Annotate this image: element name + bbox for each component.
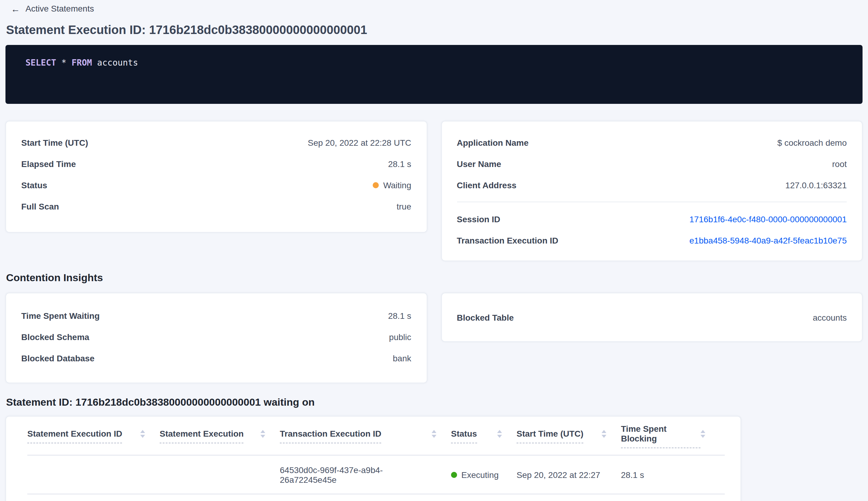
blocked-database-row: Blocked Database bank [21, 352, 411, 364]
overview-cards-row: Start Time (UTC) Sep 20, 2022 at 22:28 U… [6, 121, 862, 261]
contention-cards-row: Time Spent Waiting 28.1 s Blocked Schema… [6, 293, 862, 383]
session-details-card: Application Name $ cockroach demo User N… [441, 121, 862, 261]
blocked-database-label: Blocked Database [21, 353, 94, 363]
sql-statement-box: SELECT * FROM accounts [6, 45, 862, 104]
sort-icon[interactable] [701, 430, 705, 438]
sort-icon[interactable] [497, 430, 502, 438]
status-row: Status Waiting [21, 179, 411, 191]
start-time-row: Start Time (UTC) Sep 20, 2022 at 22:28 U… [21, 136, 411, 149]
waiting-on-heading: Statement ID: 1716b218dc0b38380000000000… [6, 395, 868, 409]
application-name-row: Application Name $ cockroach demo [457, 136, 847, 149]
session-id-link[interactable]: 1716b1f6-4e0c-f480-0000-000000000001 [690, 214, 847, 224]
sort-icon[interactable] [432, 430, 436, 438]
arrow-left-icon: ← [11, 4, 20, 13]
execution-details-card: Start Time (UTC) Sep 20, 2022 at 22:28 U… [6, 121, 427, 233]
blocked-database-value: bank [393, 353, 411, 363]
time-spent-waiting-row: Time Spent Waiting 28.1 s [21, 309, 411, 322]
waiting-on-table: Statement Execution ID Statement Executi… [6, 416, 741, 501]
full-scan-row: Full Scan true [21, 200, 411, 213]
application-name-label: Application Name [457, 138, 529, 147]
session-id-row: Session ID 1716b1f6-4e0c-f480-0000-00000… [457, 213, 847, 225]
blocked-table-card: Blocked Table accounts [441, 293, 862, 342]
elapsed-time-value: 28.1 s [388, 159, 411, 169]
blocked-table-label: Blocked Table [457, 312, 514, 322]
time-spent-waiting-label: Time Spent Waiting [21, 311, 99, 320]
cell-status: Executing [451, 470, 517, 479]
sql-keyword-from: FROM [72, 58, 92, 67]
sort-icon[interactable] [601, 430, 606, 438]
sql-table-name: accounts [97, 58, 138, 67]
elapsed-time-label: Elapsed Time [21, 159, 76, 169]
user-name-label: User Name [457, 159, 501, 169]
cell-start-time: Sep 20, 2022 at 22:27 [517, 470, 621, 479]
elapsed-time-row: Elapsed Time 28.1 s [21, 157, 411, 170]
time-spent-waiting-value: 28.1 s [388, 311, 411, 320]
sql-statement: SELECT * FROM accounts [25, 56, 862, 68]
statement-execution-page: ← Active Statements Statement Execution … [0, 0, 868, 501]
executing-status-dot-icon [451, 471, 457, 478]
user-name-value: root [832, 159, 847, 169]
full-scan-value: true [397, 201, 411, 211]
blocked-table-row: Blocked Table accounts [457, 311, 847, 324]
transaction-execution-id-row: Transaction Execution ID e1bba458-5948-4… [457, 234, 847, 247]
blocked-schema-row: Blocked Schema public [21, 330, 411, 343]
client-address-value: 127.0.0.1:63321 [785, 180, 847, 190]
column-header-transaction-execution-id[interactable]: Transaction Execution ID [280, 428, 451, 443]
contention-details-card: Time Spent Waiting 28.1 s Blocked Schema… [6, 293, 427, 383]
transaction-execution-id-link[interactable]: e1bba458-5948-40a9-a42f-5feac1b10e75 [690, 235, 847, 245]
back-link[interactable]: ← Active Statements [0, 0, 868, 14]
column-header-statement-execution-id[interactable]: Statement Execution ID [27, 428, 160, 443]
sql-star: * [61, 58, 66, 67]
client-address-row: Client Address 127.0.0.1:63321 [457, 179, 847, 191]
column-header-status[interactable]: Status [451, 428, 517, 443]
application-name-value: $ cockroach demo [777, 138, 847, 147]
card-divider [457, 202, 847, 202]
column-header-time-spent-blocking[interactable]: Time Spent Blocking [621, 424, 720, 448]
blocked-schema-value: public [389, 332, 411, 342]
table-header-row: Statement Execution ID Statement Executi… [27, 417, 725, 456]
waiting-status-dot-icon [373, 182, 379, 188]
start-time-value: Sep 20, 2022 at 22:28 UTC [308, 138, 411, 147]
page-title: Statement Execution ID: 1716b218dc0b3838… [6, 22, 868, 38]
back-link-label: Active Statements [25, 4, 94, 13]
user-name-row: User Name root [457, 157, 847, 170]
transaction-execution-id-label: Transaction Execution ID [457, 235, 558, 245]
column-header-start-time[interactable]: Start Time (UTC) [517, 428, 621, 443]
column-header-statement-execution[interactable]: Statement Execution [160, 428, 280, 443]
status-label: Status [21, 180, 47, 190]
table-row: 64530d0c-969f-437e-a9b4-26a72245e45e Exe… [27, 456, 725, 494]
cell-transaction-execution-id: 64530d0c-969f-437e-a9b4-26a72245e45e [280, 465, 451, 484]
client-address-label: Client Address [457, 180, 517, 190]
blocked-table-value: accounts [813, 312, 847, 322]
blocked-schema-label: Blocked Schema [21, 332, 89, 342]
start-time-label: Start Time (UTC) [21, 138, 88, 147]
cell-time-spent-blocking: 28.1 s [621, 470, 720, 479]
sort-icon[interactable] [140, 430, 145, 438]
sort-icon[interactable] [260, 430, 265, 438]
contention-insights-heading: Contention Insights [6, 271, 868, 285]
full-scan-label: Full Scan [21, 201, 59, 211]
session-id-label: Session ID [457, 214, 500, 224]
sql-keyword-select: SELECT [25, 58, 56, 67]
status-value: Waiting [373, 180, 411, 190]
